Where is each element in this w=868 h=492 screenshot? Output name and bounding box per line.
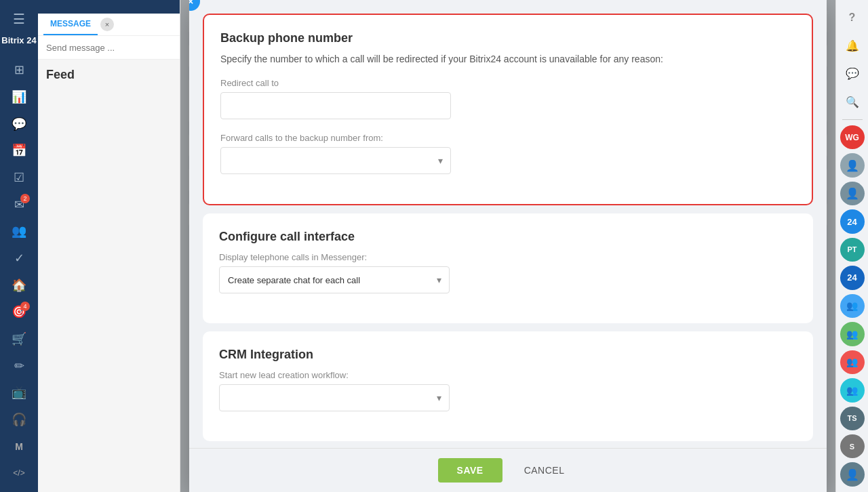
sidebar-icon-house[interactable]: 🏠 bbox=[7, 273, 31, 298]
avatar-user2[interactable]: 👤 bbox=[840, 153, 865, 177]
configure-call-title: Configure call interface bbox=[219, 230, 797, 244]
main-content-area: Bala SIP Telep TOTAL 28 Confi Up Telep × bbox=[180, 0, 835, 492]
chat-tab-close[interactable]: × bbox=[100, 18, 114, 31]
avatar-pt[interactable]: PT bbox=[840, 238, 865, 262]
sidebar-icon-contacts[interactable]: 👥 bbox=[7, 220, 31, 244]
forward-calls-label: Forward calls to the backup number from: bbox=[220, 133, 795, 143]
feed-label: Feed bbox=[38, 60, 180, 86]
notification-icon[interactable]: 🔔 bbox=[840, 33, 865, 57]
forward-calls-select[interactable] bbox=[220, 147, 451, 174]
chat-panel: MESSAGE × Feed bbox=[38, 0, 180, 492]
forward-calls-select-wrap: ▾ bbox=[220, 147, 451, 174]
help-icon[interactable]: ? bbox=[840, 5, 865, 29]
modal-dialog: × Backup phone number Specify the number… bbox=[189, 0, 827, 492]
sidebar-icon-home[interactable]: ⊞ bbox=[7, 58, 31, 83]
modal-footer: SAVE CANCEL bbox=[189, 448, 827, 492]
modal-overlay: × Backup phone number Specify the number… bbox=[180, 0, 835, 492]
separator-1 bbox=[842, 119, 863, 120]
sidebar-icon-monitor[interactable]: 📺 bbox=[7, 380, 31, 405]
modal-body: Backup phone number Specify the number t… bbox=[189, 0, 827, 448]
avatar-s[interactable]: S bbox=[840, 434, 865, 458]
avatar-24-dark[interactable]: 24 bbox=[840, 266, 865, 289]
backup-phone-title: Backup phone number bbox=[220, 31, 795, 45]
avatar-group3[interactable]: 👥 bbox=[840, 350, 865, 374]
message-tab[interactable]: MESSAGE bbox=[43, 14, 98, 35]
avatar-bottom[interactable]: 👤 bbox=[840, 462, 865, 486]
sidebar-icon-logo-m[interactable]: M bbox=[7, 434, 31, 459]
app-logo: Bitrix 24 bbox=[1, 35, 36, 46]
sidebar-icon-calendar[interactable]: 📅 bbox=[7, 139, 31, 163]
right-sidebar: ? 🔔 💬 🔍 WG 👤 👤 24 PT 24 👥 👥 👥 👥 TS S 👤 bbox=[835, 0, 868, 492]
sidebar-icon-tasks[interactable]: ☑ bbox=[7, 165, 31, 190]
display-calls-group: Display telephone calls in Messenger: Cr… bbox=[219, 252, 797, 293]
cancel-button[interactable]: CANCEL bbox=[511, 458, 578, 483]
redirect-call-group: Redirect call to bbox=[220, 78, 795, 119]
save-button[interactable]: SAVE bbox=[438, 458, 502, 483]
redirect-call-input[interactable] bbox=[220, 92, 451, 119]
sidebar-icon-headset[interactable]: 🎧 bbox=[7, 407, 31, 432]
sidebar-icon-shop[interactable]: 🛒 bbox=[7, 327, 31, 351]
avatar-group1[interactable]: 👥 bbox=[840, 294, 865, 318]
avatar-ts[interactable]: TS bbox=[840, 407, 865, 430]
left-sidebar: ☰ Bitrix 24 ⊞ 📊 💬 📅 ☑ ✉ 2 👥 ✓ 🏠 🎯 4 🛒 ✏ … bbox=[0, 0, 38, 492]
menu-icon[interactable]: ☰ bbox=[7, 5, 31, 33]
redirect-call-label: Redirect call to bbox=[220, 78, 795, 88]
sidebar-icon-code[interactable]: </> bbox=[7, 461, 31, 485]
display-calls-label: Display telephone calls in Messenger: bbox=[219, 252, 797, 262]
avatar-group4[interactable]: 👥 bbox=[840, 378, 865, 402]
backup-phone-section: Backup phone number Specify the number t… bbox=[203, 14, 813, 205]
sidebar-icon-checkmark[interactable]: ✓ bbox=[7, 246, 31, 270]
sidebar-icon-mail[interactable]: ✉ 2 bbox=[7, 192, 31, 217]
chat-tab-bar: MESSAGE × bbox=[38, 14, 180, 36]
new-lead-select[interactable] bbox=[219, 384, 450, 411]
crm-integration-section: CRM Integration Start new lead creation … bbox=[203, 331, 813, 441]
chat-search-input[interactable] bbox=[46, 43, 172, 53]
avatar-24-blue[interactable]: 24 bbox=[840, 209, 865, 233]
sidebar-icon-feed[interactable]: 📊 bbox=[7, 85, 31, 109]
mail-badge: 2 bbox=[20, 194, 30, 203]
forward-calls-group: Forward calls to the backup number from:… bbox=[220, 133, 795, 174]
sidebar-icon-chat[interactable]: 💬 bbox=[7, 112, 31, 136]
search-icon[interactable]: 🔍 bbox=[840, 89, 865, 113]
crm-integration-title: CRM Integration bbox=[219, 348, 797, 362]
display-calls-select-wrap: Create separate chat for each call ▾ bbox=[219, 266, 450, 293]
backup-phone-description: Specify the number to which a call will … bbox=[220, 54, 795, 64]
new-lead-select-wrap: ▾ bbox=[219, 384, 450, 411]
display-calls-select[interactable]: Create separate chat for each call bbox=[219, 266, 450, 293]
chat-icon[interactable]: 💬 bbox=[840, 62, 865, 85]
chat-search-area bbox=[38, 36, 180, 60]
new-lead-label: Start new lead creation workflow: bbox=[219, 370, 797, 380]
new-lead-group: Start new lead creation workflow: ▾ bbox=[219, 370, 797, 411]
avatar-wg[interactable]: WG bbox=[840, 125, 865, 149]
avatar-user3[interactable]: 👤 bbox=[840, 182, 865, 205]
sidebar-icon-edit[interactable]: ✏ bbox=[7, 354, 31, 378]
sidebar-icon-target[interactable]: 🎯 4 bbox=[7, 300, 31, 325]
target-badge: 4 bbox=[20, 302, 30, 311]
configure-call-section: Configure call interface Display telepho… bbox=[203, 213, 813, 323]
avatar-group2[interactable]: 👥 bbox=[840, 322, 865, 346]
chat-header bbox=[38, 0, 180, 14]
